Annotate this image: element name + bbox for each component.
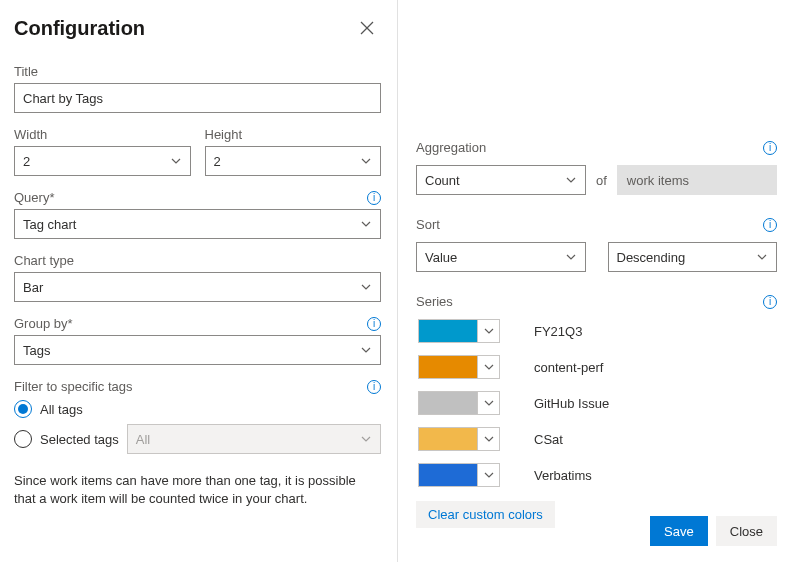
chevron-down-icon xyxy=(477,356,499,378)
color-swatch xyxy=(419,464,477,486)
charttype-value: Bar xyxy=(23,280,43,295)
chevron-down-icon xyxy=(477,428,499,450)
groupby-select[interactable]: Tags xyxy=(14,335,381,365)
height-select[interactable]: 2 xyxy=(205,146,382,176)
series-row: GitHub Issue xyxy=(416,391,777,415)
save-button[interactable]: Save xyxy=(650,516,708,546)
series-row: Verbatims xyxy=(416,463,777,487)
series-row: content-perf xyxy=(416,355,777,379)
sort-direction-value: Descending xyxy=(617,250,686,265)
chevron-down-icon xyxy=(360,281,372,293)
width-select[interactable]: 2 xyxy=(14,146,191,176)
height-value: 2 xyxy=(214,154,221,169)
aggregation-select[interactable]: Count xyxy=(416,165,586,195)
color-swatch xyxy=(419,428,477,450)
chevron-down-icon xyxy=(360,155,372,167)
help-text: Since work items can have more than one … xyxy=(14,472,381,508)
close-icon[interactable] xyxy=(353,14,381,42)
info-icon[interactable]: i xyxy=(763,141,777,155)
sort-direction-select[interactable]: Descending xyxy=(608,242,778,272)
info-icon[interactable]: i xyxy=(367,191,381,205)
series-name: GitHub Issue xyxy=(534,396,609,411)
series-name: FY21Q3 xyxy=(534,324,582,339)
series-color-picker[interactable] xyxy=(418,319,500,343)
charttype-label: Chart type xyxy=(14,253,74,268)
chevron-down-icon xyxy=(477,392,499,414)
chevron-down-icon xyxy=(360,218,372,230)
filter-label: Filter to specific tags xyxy=(14,379,133,394)
height-label: Height xyxy=(205,127,243,142)
chevron-down-icon xyxy=(170,155,182,167)
series-color-picker[interactable] xyxy=(418,391,500,415)
aggregation-label: Aggregation xyxy=(416,140,486,155)
info-icon[interactable]: i xyxy=(367,380,381,394)
groupby-value: Tags xyxy=(23,343,50,358)
title-input[interactable]: Chart by Tags xyxy=(14,83,381,113)
chevron-down-icon xyxy=(477,320,499,342)
charttype-select[interactable]: Bar xyxy=(14,272,381,302)
aggregation-target: work items xyxy=(617,165,777,195)
series-name: CSat xyxy=(534,432,563,447)
title-value: Chart by Tags xyxy=(23,91,103,106)
info-icon[interactable]: i xyxy=(763,295,777,309)
series-label: Series xyxy=(416,294,453,309)
width-value: 2 xyxy=(23,154,30,169)
chevron-down-icon xyxy=(565,174,577,186)
series-name: Verbatims xyxy=(534,468,592,483)
close-button[interactable]: Close xyxy=(716,516,777,546)
series-color-picker[interactable] xyxy=(418,427,500,451)
chevron-down-icon xyxy=(565,251,577,263)
page-title: Configuration xyxy=(14,17,145,40)
groupby-label: Group by xyxy=(14,316,73,331)
width-label: Width xyxy=(14,127,47,142)
clear-custom-colors-button[interactable]: Clear custom colors xyxy=(416,501,555,528)
radio-selected-tags[interactable] xyxy=(14,430,32,448)
chevron-down-icon xyxy=(756,251,768,263)
radio-all-tags[interactable] xyxy=(14,400,32,418)
of-label: of xyxy=(596,173,607,188)
title-label: Title xyxy=(14,64,38,79)
aggregation-value: Count xyxy=(425,173,460,188)
chevron-down-icon xyxy=(360,344,372,356)
color-swatch xyxy=(419,392,477,414)
chevron-down-icon xyxy=(360,433,372,445)
series-name: content-perf xyxy=(534,360,603,375)
selected-tags-placeholder: All xyxy=(136,432,150,447)
info-icon[interactable]: i xyxy=(763,218,777,232)
sort-label: Sort xyxy=(416,217,440,232)
radio-selected-label: Selected tags xyxy=(40,432,119,447)
series-color-picker[interactable] xyxy=(418,355,500,379)
series-row: CSat xyxy=(416,427,777,451)
sort-field-value: Value xyxy=(425,250,457,265)
aggregation-target-value: work items xyxy=(627,173,689,188)
color-swatch xyxy=(419,320,477,342)
query-value: Tag chart xyxy=(23,217,76,232)
query-label: Query xyxy=(14,190,54,205)
series-row: FY21Q3 xyxy=(416,319,777,343)
series-color-picker[interactable] xyxy=(418,463,500,487)
chevron-down-icon xyxy=(477,464,499,486)
sort-field-select[interactable]: Value xyxy=(416,242,586,272)
info-icon[interactable]: i xyxy=(367,317,381,331)
radio-all-label: All tags xyxy=(40,402,83,417)
selected-tags-select: All xyxy=(127,424,381,454)
query-select[interactable]: Tag chart xyxy=(14,209,381,239)
color-swatch xyxy=(419,356,477,378)
